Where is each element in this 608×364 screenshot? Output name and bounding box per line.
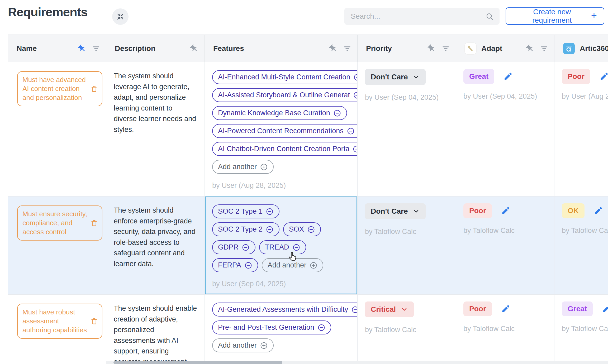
remove-feature-icon[interactable]: [333, 109, 341, 117]
column-header-name: Name: [8, 35, 106, 62]
priority-dropdown[interactable]: Don't Care: [365, 203, 426, 219]
feature-tag[interactable]: AI-Generated Assessments with Difficulty: [212, 303, 358, 317]
filter-icon[interactable]: [441, 44, 450, 53]
create-new-requirement-button[interactable]: Create new requirement +: [506, 7, 604, 25]
feature-label: AI-Generated Assessments with Difficulty: [218, 305, 348, 314]
priority-dropdown[interactable]: Don't Care: [365, 69, 426, 85]
column-label-description: Description: [115, 44, 155, 53]
feature-label: SOX: [289, 225, 304, 233]
feature-label: SOC 2 Type 2: [218, 225, 263, 233]
edit-rating-button[interactable]: [501, 304, 510, 314]
pin-icon[interactable]: [76, 42, 88, 55]
table-header-row: Name Description Features Priority: [8, 35, 608, 62]
edit-rating-button[interactable]: [593, 206, 603, 215]
pin-icon[interactable]: [524, 42, 536, 55]
feature-tag[interactable]: FERPA: [212, 258, 258, 272]
rating-badge: Poor: [562, 69, 590, 84]
remove-feature-icon[interactable]: [317, 324, 325, 332]
feature-tag[interactable]: AI-Assisted Storyboard & Outline Generat: [212, 88, 358, 102]
priority-meta: by User (Sep 04, 2025): [365, 93, 448, 102]
description-text: The system should leverage AI to generat…: [114, 69, 197, 135]
artic360-logo-icon: [563, 42, 575, 55]
collapse-table-button[interactable]: [112, 8, 129, 25]
remove-feature-icon[interactable]: [292, 243, 300, 251]
pin-icon[interactable]: [425, 42, 438, 55]
remove-feature-icon[interactable]: [266, 208, 274, 215]
requirement-name-pill[interactable]: Must ensure security, compliance, and ac…: [17, 205, 102, 241]
description-cell[interactable]: The system should enable creation of ada…: [106, 295, 205, 364]
rating-meta: by Taloflow Calc: [463, 227, 547, 235]
remove-feature-icon[interactable]: [307, 226, 315, 233]
remove-feature-icon[interactable]: [244, 261, 252, 269]
priority-meta: by Taloflow Calc: [365, 326, 448, 334]
remove-feature-icon[interactable]: [351, 306, 358, 314]
filter-icon[interactable]: [540, 44, 548, 53]
priority-cell: Don't Care by Taloflow Calc: [358, 197, 456, 294]
feature-tag[interactable]: Dynamic Knowledge Base Curation: [212, 106, 347, 120]
adapt-rating-cell: Great by User (Sep 04, 2025): [456, 62, 554, 196]
edit-rating-button[interactable]: [599, 72, 608, 81]
delete-requirement-icon[interactable]: [90, 219, 98, 227]
feature-tag[interactable]: GDPR: [212, 240, 255, 254]
compress-icon: [116, 12, 125, 21]
feature-tag[interactable]: AI Chatbot-Driven Content Creation Porta: [212, 142, 358, 156]
feature-tag[interactable]: SOC 2 Type 2: [212, 222, 279, 236]
create-button-label: Create new requirement: [513, 8, 591, 25]
artic360-rating-cell: Great by Taloflow Ca: [554, 295, 608, 364]
delete-requirement-icon[interactable]: [90, 85, 98, 93]
feature-tag[interactable]: SOC 2 Type 1: [212, 204, 279, 218]
priority-dropdown[interactable]: Critical: [365, 301, 414, 317]
add-another-feature-button[interactable]: Add another: [262, 258, 323, 272]
feature-label: AI-Assisted Storyboard & Outline Generat: [218, 91, 350, 99]
pin-icon[interactable]: [188, 42, 201, 55]
feature-tag[interactable]: TREAD: [259, 240, 306, 254]
edit-rating-button[interactable]: [501, 206, 510, 215]
chevron-down-icon: [412, 208, 420, 215]
feature-tag[interactable]: AI-Powered Content Recommendations: [212, 124, 358, 138]
search-input[interactable]: [344, 8, 485, 25]
pin-icon[interactable]: [327, 42, 340, 55]
artic360-rating-cell: Poor by User (Aug 2: [554, 62, 608, 196]
plus-circle-icon: [310, 261, 317, 269]
horizontal-scrollbar-thumb[interactable]: [113, 361, 282, 364]
feature-tag[interactable]: Pre- and Post-Test Generation: [212, 320, 331, 334]
name-cell: Must have advanced AI content creation a…: [8, 62, 106, 196]
requirement-name-pill[interactable]: Must have robust assessment authoring ca…: [17, 304, 102, 339]
pencil-icon: [593, 206, 603, 215]
features-cell[interactable]: AI-Enhanced Multi-Style Content Creation…: [205, 62, 358, 196]
feature-tag[interactable]: AI-Enhanced Multi-Style Content Creation: [212, 70, 358, 84]
feature-label: FERPA: [218, 261, 241, 269]
priority-cell: Don't Care by User (Sep 04, 2025): [358, 62, 456, 196]
add-another-feature-button[interactable]: Add another: [212, 160, 274, 174]
remove-feature-icon[interactable]: [242, 243, 250, 251]
remove-feature-icon[interactable]: [353, 91, 358, 99]
remove-feature-icon[interactable]: [266, 226, 274, 233]
remove-feature-icon[interactable]: [347, 127, 355, 135]
requirement-name-pill[interactable]: Must have advanced AI content creation a…: [17, 71, 102, 106]
column-header-priority: Priority: [358, 35, 456, 62]
add-another-label: Add another: [268, 261, 306, 269]
rating-meta: by Taloflow Ca: [562, 325, 608, 333]
add-another-feature-button[interactable]: Add another: [212, 338, 274, 352]
remove-feature-icon[interactable]: [353, 73, 358, 81]
features-cell[interactable]: AI-Generated Assessments with Difficulty…: [205, 295, 358, 364]
feature-label: AI-Powered Content Recommendations: [218, 127, 344, 135]
description-cell[interactable]: The system should enforce enterprise-gra…: [106, 197, 205, 294]
rating-badge: Poor: [463, 301, 492, 316]
pencil-icon: [503, 72, 513, 81]
feature-tag[interactable]: SOX: [283, 222, 321, 236]
requirements-page: Requirements Create new requirement + Na…: [0, 0, 608, 364]
description-cell[interactable]: The system should leverage AI to generat…: [106, 62, 205, 196]
feature-label: TREAD: [265, 243, 289, 251]
column-label-name: Name: [17, 44, 37, 53]
filter-icon[interactable]: [343, 44, 352, 53]
edit-rating-button[interactable]: [503, 72, 513, 81]
chevron-down-icon: [412, 73, 420, 81]
delete-requirement-icon[interactable]: [90, 317, 98, 325]
remove-feature-icon[interactable]: [353, 145, 358, 153]
features-cell-selected[interactable]: SOC 2 Type 1 SOC 2 Type 2 SOX GDPR TREAD…: [205, 197, 358, 294]
edit-rating-button[interactable]: [602, 304, 608, 314]
features-meta: by User (Sep 04, 2025): [212, 280, 350, 288]
filter-icon[interactable]: [92, 44, 100, 53]
plus-circle-icon: [260, 163, 268, 171]
